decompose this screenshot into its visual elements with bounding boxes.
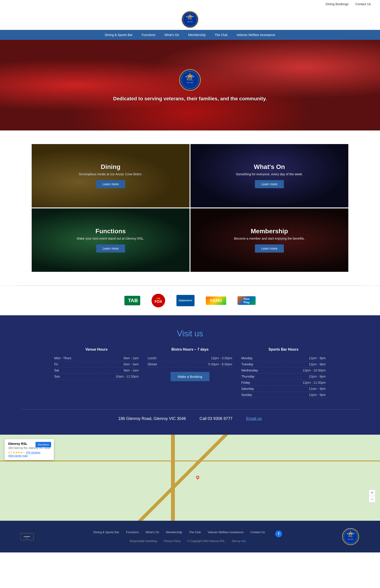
sb-thursday-hours: 12pm - 9pm: [309, 375, 326, 378]
venue-hours-table: Mon - Thurs 8am - 1am Fri 8am - 3am Sat …: [54, 355, 139, 380]
foxsports-brand: FOX SPORTS: [176, 295, 194, 306]
bistro-dinner-hours: 5:30pm - 8:30pm: [208, 362, 232, 366]
svg-text:RSL: RSL: [26, 538, 28, 539]
grid-item-whatson: What's On Something for everyone, every …: [190, 144, 348, 208]
sb-sunday-label: Sunday: [241, 393, 252, 397]
membership-title: Membership: [234, 228, 305, 235]
map-zoom-controls: + −: [369, 489, 376, 503]
footer-facebook-icon[interactable]: f: [275, 530, 282, 537]
footer-center: Dining & Sports Bar Functions What's On …: [34, 530, 342, 543]
footer-privacy-policy[interactable]: Privacy Policy: [164, 540, 181, 543]
nav-dining-sports-bar[interactable]: Dining & Sports Bar: [105, 33, 133, 37]
nav-functions[interactable]: Functions: [142, 33, 155, 37]
svg-text:EST. 1946: EST. 1946: [187, 82, 193, 83]
glenroy-logo: GLENROY RSL EST. 1946: [181, 10, 199, 29]
foxsports-logo: FOX SPORTS: [176, 295, 194, 306]
venue-sun-hours: 10am - 11:30pm: [115, 375, 139, 378]
sports-bar-heading: Sports Bar Hours: [241, 347, 326, 352]
hours-row: Wednesday 12pm - 10:30pm: [241, 367, 326, 374]
venue-sun-label: Sun: [54, 375, 60, 378]
map-rating: 4.3 ★★★★☆ 476 reviews: [8, 451, 50, 454]
footer-nav-functions[interactable]: Functions: [126, 530, 139, 537]
fox-brand: THE FOX: [152, 294, 165, 307]
hours-row: Fri 8am - 3am: [54, 361, 139, 367]
bistro-lunch-hours: 12pm - 3:30pm: [211, 356, 232, 360]
sb-saturday-label: Saturday: [241, 387, 254, 391]
grid-item-membership: Membership Become a member and start enj…: [190, 208, 348, 272]
hours-row: Monday 12pm - 9pm: [241, 355, 326, 361]
map-zoom-out[interactable]: −: [369, 496, 375, 502]
footer-emblem: GLENROY RSL EST. 1946: [342, 527, 360, 546]
nav-veteran-welfare[interactable]: Veteran Welfare Assistance: [237, 33, 275, 37]
whatson-title: What's On: [236, 163, 303, 170]
contact-phone: Call 03 9306 9777: [199, 416, 232, 421]
map-info-box: Glenroy RSL 186 Glenroy Rd, Glenroy VIC …: [4, 439, 54, 460]
footer-nav-dining[interactable]: Dining & Sports Bar: [94, 530, 119, 537]
sb-wednesday-hours: 12pm - 10:30pm: [303, 369, 326, 372]
nav-the-club[interactable]: The Club: [215, 33, 228, 37]
bistro-hours-table: Lunch 12pm - 3:30pm Dinner 5:30pm - 8:30…: [148, 355, 232, 367]
footer-mity-link[interactable]: mity: [241, 540, 246, 543]
hours-row: Friday 12pm - 11:30pm: [241, 380, 326, 386]
footer-nav-whats-on[interactable]: What's On: [145, 530, 159, 537]
nav-whats-on[interactable]: What's On: [164, 33, 179, 37]
fox-logo: THE FOX: [152, 295, 165, 306]
footer-nav-contact[interactable]: Contact Us: [250, 530, 265, 537]
hours-row: Sunday 12pm - 9pm: [241, 392, 326, 398]
logo-container[interactable]: GLENROY RSL EST. 1946: [181, 10, 199, 29]
venue-fri-hours: 8am - 3am: [123, 362, 139, 366]
map-reviews-link[interactable]: 476 reviews: [26, 451, 40, 454]
sb-thursday-label: Thursday: [241, 375, 254, 378]
grid-item-functions: Functions Make your next event stand out…: [32, 208, 190, 272]
svg-point-13: [197, 477, 198, 478]
grid-item-dining: Dining Scrumptious meals at our Anzac Co…: [32, 144, 190, 208]
contact-us-link[interactable]: Contact Us: [355, 2, 371, 6]
footer-logo-left-svg: GLENROY RSL: [20, 530, 34, 543]
hours-grid: Venue Hours Mon - Thurs 8am - 1am Fri 8a…: [54, 347, 326, 398]
hours-row: Saturday 11am - 9pm: [241, 386, 326, 392]
sb-tuesday-hours: 12pm - 9pm: [309, 362, 326, 366]
dining-learn-more-btn[interactable]: Learn more: [96, 180, 125, 188]
hero-content: GLENROY RSL EST. 1946 Dedicated to servi…: [113, 69, 267, 102]
functions-content: Functions Make your next event stand out…: [77, 228, 145, 252]
hero-section: GLENROY RSL EST. 1946 Dedicated to servi…: [0, 40, 380, 130]
sports-bar-hours-table: Monday 12pm - 9pm Tuesday 12pm - 9pm Wed…: [241, 355, 326, 398]
whatson-learn-more-btn[interactable]: Learn more: [255, 180, 284, 188]
footer-nav-veteran[interactable]: Veteran Welfare Assistance: [208, 530, 244, 537]
yourplay-logo: YourPlay: [237, 295, 256, 306]
sb-friday-label: Friday: [241, 381, 250, 384]
dining-bookings-link[interactable]: Dining Bookings: [326, 2, 349, 6]
contact-address: 186 Glenroy Road, Glenroy VIC 3046: [118, 416, 186, 421]
venue-hours-column: Venue Hours Mon - Thurs 8am - 1am Fri 8a…: [54, 347, 139, 398]
tab-logo: TAB: [124, 295, 140, 306]
footer-responsible-gambling[interactable]: Responsible Gambling: [130, 540, 157, 543]
map-zoom-in[interactable]: +: [369, 490, 375, 496]
sb-sunday-hours: 12pm - 9pm: [309, 393, 326, 397]
venue-mon-thurs-label: Mon - Thurs: [54, 356, 71, 360]
nav-membership[interactable]: Membership: [188, 33, 206, 37]
feature-grid-section: Dining Scrumptious meals at our Anzac Co…: [0, 130, 380, 285]
map-view-larger-link[interactable]: View larger map: [8, 454, 28, 457]
make-booking-btn[interactable]: Make a Booking: [171, 372, 209, 381]
main-nav: Dining & Sports Bar Functions What's On …: [0, 30, 380, 40]
map-directions-btn[interactable]: Directions: [36, 442, 51, 447]
sb-tuesday-label: Tuesday: [241, 362, 253, 366]
hours-row: Dinner 5:30pm - 8:30pm: [148, 361, 232, 367]
functions-title: Functions: [77, 228, 145, 235]
footer-nav-the-club[interactable]: The Club: [189, 530, 201, 537]
footer-nav-membership[interactable]: Membership: [166, 530, 182, 537]
svg-text:RSL: RSL: [187, 78, 193, 81]
membership-learn-more-btn[interactable]: Learn more: [255, 244, 284, 252]
keno-logo: KENO: [206, 295, 226, 306]
sb-friday-hours: 12pm - 11:30pm: [303, 381, 326, 384]
bistro-hours-column: Bistro Hours – 7 days Lunch 12pm - 3:30p…: [148, 347, 232, 398]
venue-hours-heading: Venue Hours: [54, 347, 139, 352]
sports-bar-hours-column: Sports Bar Hours Monday 12pm - 9pm Tuesd…: [241, 347, 326, 398]
contact-email-link[interactable]: Email us: [246, 416, 262, 421]
svg-text:RSL: RSL: [348, 535, 353, 538]
hours-row: Mon - Thurs 8am - 1am: [54, 355, 139, 361]
hours-row: Thursday 12pm - 9pm: [241, 374, 326, 380]
venue-mon-thurs-hours: 8am - 1am: [123, 356, 139, 360]
functions-learn-more-btn[interactable]: Learn more: [96, 244, 125, 252]
footer-site-by: Site by mity: [232, 540, 246, 543]
